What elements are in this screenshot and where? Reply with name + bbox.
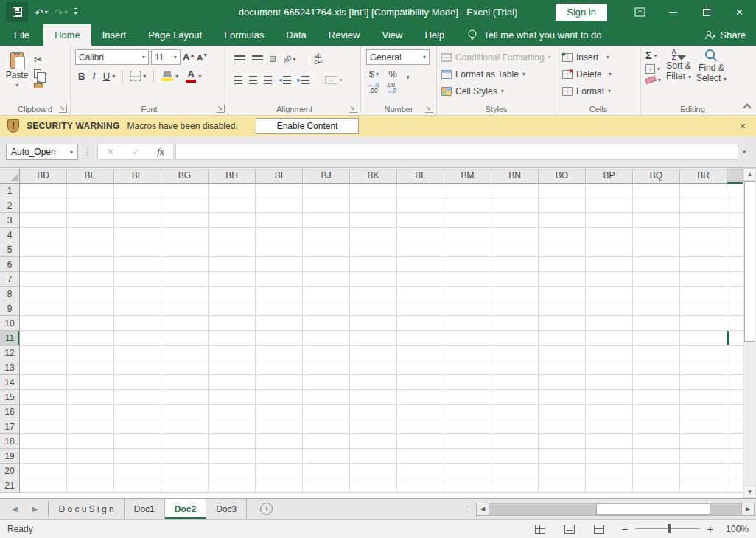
cell-br9[interactable] — [680, 301, 727, 316]
cell-bp8[interactable] — [586, 287, 633, 301]
cell-partial-17[interactable] — [727, 419, 743, 434]
cell-bp7[interactable] — [586, 272, 633, 287]
cell-partial-1[interactable] — [727, 184, 743, 198]
cell-bn10[interactable] — [491, 316, 539, 331]
cell-bk10[interactable] — [350, 316, 397, 331]
cell-bo17[interactable] — [539, 419, 586, 434]
cell-bf14[interactable] — [114, 375, 161, 390]
cell-bo11[interactable] — [539, 331, 586, 346]
cell-bp1[interactable] — [586, 184, 633, 198]
cell-be9[interactable] — [67, 301, 114, 316]
tab-data[interactable]: Data — [275, 24, 317, 46]
ribbon-display-options-button[interactable] — [623, 0, 657, 24]
formula-input[interactable] — [175, 144, 738, 160]
cell-bp12[interactable] — [586, 346, 633, 360]
cell-be3[interactable] — [67, 213, 114, 228]
sheet-tab-doc2[interactable]: Doc2 — [165, 499, 206, 519]
cell-partial-16[interactable] — [727, 405, 743, 419]
cell-be7[interactable] — [67, 272, 114, 287]
scroll-down-button[interactable]: ▼ — [743, 486, 756, 498]
cell-bg17[interactable] — [161, 419, 209, 434]
cell-bo14[interactable] — [539, 375, 586, 390]
column-header-bl[interactable]: BL — [397, 168, 444, 184]
cell-bd16[interactable] — [20, 405, 67, 419]
cell-bg19[interactable] — [161, 449, 209, 464]
cell-bn18[interactable] — [491, 434, 539, 449]
column-header-partial[interactable] — [727, 168, 743, 184]
cell-bg11[interactable] — [161, 331, 209, 346]
cell-bf12[interactable] — [114, 346, 161, 360]
cell-bh13[interactable] — [209, 360, 256, 375]
cell-styles-button[interactable]: Cell Styles▾ — [441, 83, 556, 99]
cell-bm4[interactable] — [444, 228, 491, 242]
cell-partial-19[interactable] — [727, 449, 743, 464]
cell-bn16[interactable] — [491, 405, 539, 419]
format-as-table-button[interactable]: Format as Table▾ — [441, 66, 556, 83]
zoom-slider[interactable] — [635, 528, 700, 529]
cell-bg3[interactable] — [161, 213, 209, 228]
cell-be5[interactable] — [67, 242, 114, 257]
cell-bj4[interactable] — [303, 228, 350, 242]
cell-bl21[interactable] — [397, 478, 444, 493]
cell-bq7[interactable] — [633, 272, 680, 287]
comma-style-button[interactable]: , — [407, 69, 410, 80]
column-header-bp[interactable]: BP — [586, 168, 633, 184]
cell-bg5[interactable] — [161, 242, 209, 257]
cell-bi4[interactable] — [256, 228, 303, 242]
decrease-indent-button[interactable]: ◂ — [279, 76, 291, 84]
cell-partial-5[interactable] — [727, 242, 743, 257]
cell-bj10[interactable] — [303, 316, 350, 331]
cell-bi9[interactable] — [256, 301, 303, 316]
cell-bn3[interactable] — [491, 213, 539, 228]
cell-bo4[interactable] — [539, 228, 586, 242]
cell-bm3[interactable] — [444, 213, 491, 228]
middle-align-button[interactable] — [252, 55, 263, 63]
cell-br14[interactable] — [680, 375, 727, 390]
cell-bi14[interactable] — [256, 375, 303, 390]
cell-bd3[interactable] — [20, 213, 67, 228]
name-box-dropdown-icon[interactable]: ▾ — [70, 149, 73, 156]
cell-bg4[interactable] — [161, 228, 209, 242]
scroll-left-button[interactable]: ◀ — [477, 503, 489, 515]
align-right-button[interactable] — [264, 76, 272, 84]
cell-bq2[interactable] — [633, 198, 680, 213]
cell-bf9[interactable] — [114, 301, 161, 316]
tab-help[interactable]: Help — [413, 24, 455, 46]
cell-partial-11-active[interactable] — [727, 331, 743, 346]
cell-bl19[interactable] — [397, 449, 444, 464]
cell-bn8[interactable] — [491, 287, 539, 301]
cell-bj6[interactable] — [303, 257, 350, 272]
cell-bm15[interactable] — [444, 390, 491, 405]
cell-bd8[interactable] — [20, 287, 67, 301]
cell-bm5[interactable] — [444, 242, 491, 257]
cell-bi10[interactable] — [256, 316, 303, 331]
cell-bi15[interactable] — [256, 390, 303, 405]
cell-bj15[interactable] — [303, 390, 350, 405]
cell-bk14[interactable] — [350, 375, 397, 390]
cell-bn14[interactable] — [491, 375, 539, 390]
cell-bm12[interactable] — [444, 346, 491, 360]
horizontal-scrollbar[interactable]: ◀ ▶ — [476, 503, 755, 516]
accounting-format-button[interactable]: $▾ — [369, 69, 379, 80]
cell-bj3[interactable] — [303, 213, 350, 228]
zoom-slider-handle[interactable] — [668, 524, 671, 533]
cell-bh15[interactable] — [209, 390, 256, 405]
cell-bd20[interactable] — [20, 464, 67, 478]
cell-bq16[interactable] — [633, 405, 680, 419]
row-header-9[interactable]: 9 — [0, 301, 20, 316]
cell-be8[interactable] — [67, 287, 114, 301]
cell-bh2[interactable] — [209, 198, 256, 213]
vertical-scrollbar[interactable]: ▲ ▼ — [743, 168, 756, 498]
fill-color-dropdown-icon[interactable]: ▾ — [175, 73, 178, 80]
cell-bh5[interactable] — [209, 242, 256, 257]
cell-bp10[interactable] — [586, 316, 633, 331]
cell-bd15[interactable] — [20, 390, 67, 405]
cell-bl16[interactable] — [397, 405, 444, 419]
cell-bp16[interactable] — [586, 405, 633, 419]
cell-be12[interactable] — [67, 346, 114, 360]
cut-button[interactable]: ✂ — [34, 54, 43, 66]
cell-bo18[interactable] — [539, 434, 586, 449]
cell-bh12[interactable] — [209, 346, 256, 360]
row-header-14[interactable]: 14 — [0, 375, 20, 390]
font-color-dropdown-icon[interactable]: ▾ — [198, 73, 201, 80]
